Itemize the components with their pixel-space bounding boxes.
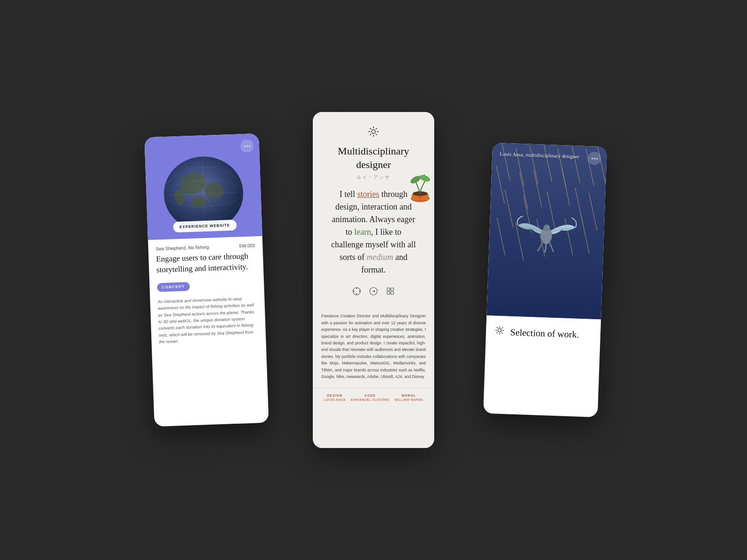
center-main-title: Multidisciplinary designer	[324, 145, 423, 171]
gear-icon-center	[324, 125, 423, 141]
dot-r3	[596, 158, 598, 159]
card-center-inner: Multidisciplinary designer ルイ・アンサ I tell…	[313, 112, 434, 448]
card-left: EXPERIENCE WEBSITE Sea Shepherd, No fish…	[144, 133, 268, 427]
card-right: Louis Ansa, multidisciplinary designer	[483, 143, 607, 417]
selection-of-work-text: Selection of work.	[510, 326, 579, 340]
svg-point-29	[356, 294, 357, 294]
credit-webgl-name: WILLIAM MAPAN	[395, 398, 423, 401]
card-meta: Sea Shepherd, No fishing SW.002	[155, 243, 255, 251]
svg-line-23	[376, 128, 377, 130]
hero-stories: stories	[357, 189, 379, 199]
icon-circle-dots	[352, 287, 361, 298]
svg-point-26	[353, 291, 354, 292]
card-left-header: EXPERIENCE WEBSITE	[144, 133, 262, 240]
svg-line-66	[501, 332, 503, 334]
svg-point-27	[356, 288, 357, 289]
dot3	[248, 145, 250, 147]
credit-design-label: DESIGN	[324, 394, 346, 397]
credit-webgl-label: WEBGL	[395, 394, 423, 397]
card-project-title: Sea Shepherd, No fishing	[155, 245, 209, 252]
svg-line-21	[370, 128, 372, 130]
svg-rect-32	[391, 288, 394, 291]
card-center-top: Multidisciplinary designer ルイ・アンサ I tell…	[313, 112, 434, 313]
card-right-bottom: Selection of work.	[486, 315, 601, 351]
credit-webgl: WEBGL WILLIAM MAPAN	[395, 394, 423, 401]
hero-medium: medium	[366, 252, 393, 262]
card-center: Multidisciplinary designer ルイ・アンサ I tell…	[313, 112, 434, 448]
credit-design-name: LOUIS ANSA	[324, 398, 346, 401]
gear-icon-right	[494, 325, 505, 338]
svg-line-67	[501, 327, 503, 329]
credit-code: CODE EMMANUEL DUGORNI	[351, 394, 389, 401]
dot2	[246, 145, 247, 147]
svg-rect-31	[387, 288, 390, 291]
svg-line-24	[370, 134, 372, 135]
credit-code-name: EMMANUEL DUGORNI	[351, 398, 389, 401]
hero-text-1: I tell	[339, 189, 357, 199]
card-headline: Engage users to care through storytellin…	[156, 251, 256, 275]
dot-r2	[594, 158, 595, 159]
dot-r1	[592, 158, 593, 159]
center-credits: DESIGN LOUIS ANSA CODE EMMANUEL DUGORNI …	[313, 388, 434, 407]
hero-learn: learn	[354, 227, 371, 237]
svg-point-60	[498, 329, 501, 332]
concept-badge: CONCEPT	[157, 282, 190, 292]
svg-line-68	[496, 332, 498, 333]
plant-decoration	[402, 168, 434, 205]
center-bio-text: Freelance Creative Director and Multidis…	[313, 313, 434, 380]
svg-rect-33	[387, 292, 390, 294]
card-project-code: SW.002	[239, 243, 255, 248]
svg-point-16	[372, 130, 375, 133]
center-icons-row	[324, 282, 423, 305]
svg-point-28	[359, 291, 360, 292]
svg-rect-34	[391, 292, 394, 294]
rain-illustration	[486, 143, 607, 319]
card-left-body: Sea Shepherd, No fishing SW.002 Engage u…	[148, 236, 266, 352]
icon-circle-arrow	[369, 287, 378, 298]
credit-design: DESIGN LOUIS ANSA	[324, 394, 346, 401]
scene: EXPERIENCE WEBSITE Sea Shepherd, No fish…	[163, 70, 584, 490]
dot1	[244, 145, 245, 147]
experience-website-button[interactable]: EXPERIENCE WEBSITE	[173, 220, 237, 233]
credit-code-label: CODE	[351, 394, 389, 397]
svg-line-65	[497, 327, 498, 329]
icon-grid	[386, 287, 395, 298]
card-description: An interactive and immersive website to …	[157, 295, 258, 345]
svg-line-22	[376, 134, 377, 135]
card-right-image: Louis Ansa, multidisciplinary designer	[486, 143, 607, 319]
